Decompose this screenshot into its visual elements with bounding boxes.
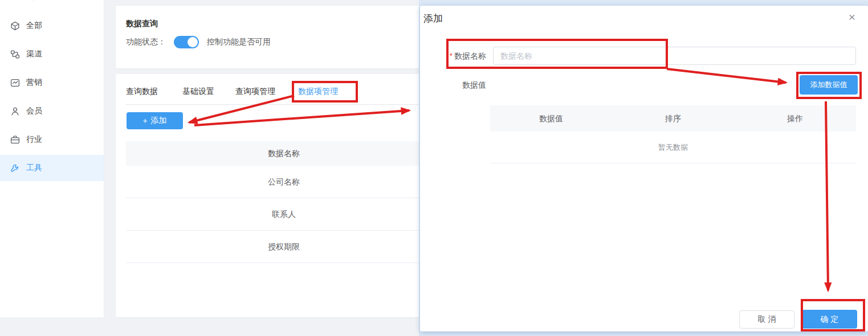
sidebar-item-channel[interactable]: 渠道 xyxy=(0,41,104,67)
wrench-icon xyxy=(10,163,20,173)
sidebar-item-label: 工具 xyxy=(26,163,42,173)
tab-basic-settings[interactable]: 基础设置 xyxy=(182,85,214,97)
value-table-header-cell: 排序 xyxy=(612,105,734,132)
cancel-button[interactable]: 取 消 xyxy=(739,310,794,329)
table-header-cell: 数据名称 xyxy=(126,141,442,166)
tab-data-item-mgmt[interactable]: 数据项管理 xyxy=(298,85,338,97)
sidebar-item-marketing[interactable]: 营销 xyxy=(0,69,104,96)
tab-query-item-mgmt[interactable]: 查询项管理 xyxy=(235,85,275,97)
sidebar: 数据查询 全部 渠道 营销 会员 xyxy=(0,0,104,317)
data-name-input[interactable] xyxy=(493,47,856,65)
status-row: 功能状态： 控制功能是否可用 xyxy=(126,33,271,51)
status-toggle[interactable] xyxy=(174,36,199,48)
empty-table-text: 暂无数据 xyxy=(490,132,856,163)
plus-icon: + xyxy=(142,116,147,125)
sidebar-item-label: 全部 xyxy=(26,21,42,31)
toggle-knob xyxy=(188,37,198,47)
sidebar-item-member[interactable]: 会员 xyxy=(0,98,104,124)
sidebar-item-label: 行业 xyxy=(26,134,42,145)
app-root: 数据查询 全部 渠道 营销 会员 xyxy=(0,0,868,336)
industry-icon xyxy=(10,135,20,145)
confirm-button[interactable]: 确 定 xyxy=(802,310,857,329)
value-table-header-cell: 操作 xyxy=(734,105,856,132)
sidebar-item-industry[interactable]: 行业 xyxy=(0,126,104,153)
status-hint: 控制功能是否可用 xyxy=(207,37,271,47)
dialog-title: 添加 xyxy=(423,12,443,25)
cube-icon xyxy=(10,21,20,31)
channel-icon xyxy=(10,50,20,59)
required-mark: * xyxy=(450,51,453,60)
add-button-label: 添加 xyxy=(151,116,167,126)
add-button[interactable]: + 添加 xyxy=(127,112,183,129)
sidebar-item-tools[interactable]: 工具 xyxy=(0,155,104,181)
close-icon[interactable]: × xyxy=(845,10,859,24)
add-data-value-button[interactable]: 添加数据值 xyxy=(800,75,858,95)
marketing-chart-icon xyxy=(10,78,20,88)
sidebar-item-label: 营销 xyxy=(26,77,42,88)
table-cell: 公司名称 xyxy=(126,166,442,198)
sidebar-section-label: 数据查询 xyxy=(25,0,56,2)
table-cell: 授权期限 xyxy=(126,231,442,263)
table-cell: 联系人 xyxy=(126,198,442,230)
add-dialog: 添加 × *数据名称 数据值 添加数据值 数据值 排序 操作 暂无数据 取 消 … xyxy=(420,6,868,331)
status-label: 功能状态： xyxy=(126,37,166,47)
value-table-header-cell: 数据值 xyxy=(490,105,612,132)
value-table-header-row: 数据值 排序 操作 xyxy=(490,105,856,132)
member-icon xyxy=(10,106,20,116)
sidebar-item-all[interactable]: 全部 xyxy=(0,13,104,39)
page-title: 数据查询 xyxy=(126,19,158,29)
sidebar-item-label: 会员 xyxy=(26,106,42,116)
data-value-label: 数据值 xyxy=(443,75,486,95)
tab-query-data[interactable]: 查询数据 xyxy=(126,85,158,97)
data-name-field-label: *数据名称 xyxy=(443,47,486,65)
sidebar-item-label: 渠道 xyxy=(26,49,42,59)
data-value-table: 数据值 排序 操作 暂无数据 xyxy=(490,105,856,163)
